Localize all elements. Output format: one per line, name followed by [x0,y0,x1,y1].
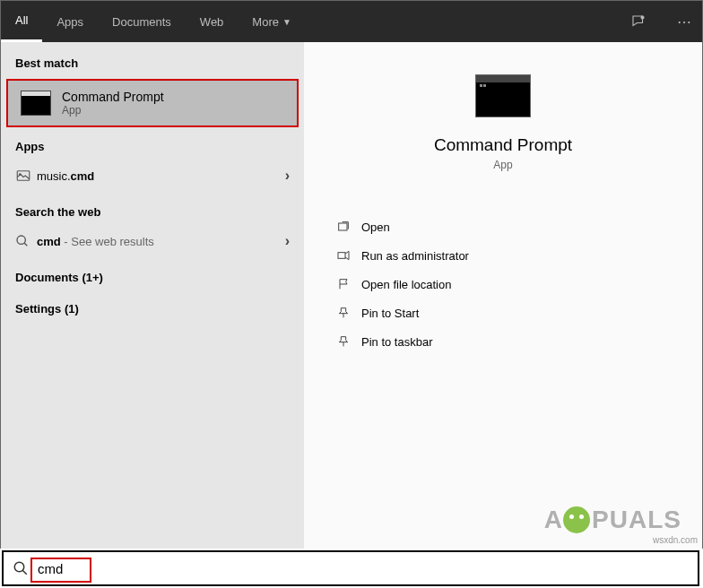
web-result-label: cmd - See web results [37,235,285,248]
tab-all[interactable]: All [1,1,42,42]
search-input[interactable] [38,555,698,582]
chevron-right-icon: › [285,233,290,249]
action-pin-to-taskbar[interactable]: Pin to taskbar [336,327,670,356]
preview-panel: Command Prompt App Open Run as administr… [304,42,702,549]
results-panel: Best match Command Prompt App Apps music… [1,42,304,549]
app-result-music-cmd[interactable]: music.cmd › [1,159,304,193]
tab-documents[interactable]: Documents [98,1,186,42]
search-window: All Apps Documents Web More ▼ ⋯ Best mat… [0,0,703,549]
preview-subtitle: App [336,159,670,171]
preview-app-icon [475,74,531,117]
svg-point-3 [17,236,25,244]
tab-more-label: More [252,15,279,29]
feedback-icon[interactable] [630,13,666,30]
watermark-logo: A PUALS [544,506,681,534]
pin-taskbar-icon [336,334,361,349]
preview-title: Command Prompt [336,135,670,155]
folder-icon [336,277,361,291]
section-best-match: Best match [1,42,304,79]
section-documents[interactable]: Documents (1+) [1,258,304,290]
best-match-result[interactable]: Command Prompt App [6,79,299,127]
web-result-cmd[interactable]: cmd - See web results › [1,224,304,258]
best-match-subtitle: App [62,104,164,117]
section-search-web: Search the web [1,193,304,224]
admin-icon [336,248,361,263]
svg-point-9 [14,562,24,572]
open-icon [336,220,361,234]
app-result-label: music.cmd [37,169,285,183]
tab-web[interactable]: Web [186,1,239,42]
svg-rect-6 [338,253,345,259]
search-icon [4,560,38,576]
best-match-title: Command Prompt [62,90,164,104]
app-file-icon [15,168,37,184]
svg-line-4 [24,243,27,246]
section-apps: Apps [1,127,304,159]
preview-actions: Open Run as administrator Open file loca… [336,212,670,356]
attribution-text: wsxdn.com [653,535,698,545]
pin-start-icon [336,306,361,320]
search-icon [15,234,37,248]
filter-tab-bar: All Apps Documents Web More ▼ ⋯ [1,1,702,42]
chevron-right-icon: › [285,168,290,184]
svg-rect-5 [339,223,347,230]
chevron-down-icon: ▼ [282,17,291,27]
search-bar[interactable] [2,550,699,586]
section-settings[interactable]: Settings (1) [1,290,304,321]
action-open[interactable]: Open [336,212,670,241]
tab-apps[interactable]: Apps [42,1,98,42]
action-run-as-admin[interactable]: Run as administrator [336,241,670,270]
tab-more[interactable]: More ▼ [238,1,306,42]
more-options-icon[interactable]: ⋯ [666,13,702,30]
command-prompt-icon [21,91,51,116]
svg-line-10 [22,570,27,575]
action-open-file-location[interactable]: Open file location [336,270,670,298]
action-pin-to-start[interactable]: Pin to Start [336,298,670,327]
svg-point-0 [641,16,644,19]
